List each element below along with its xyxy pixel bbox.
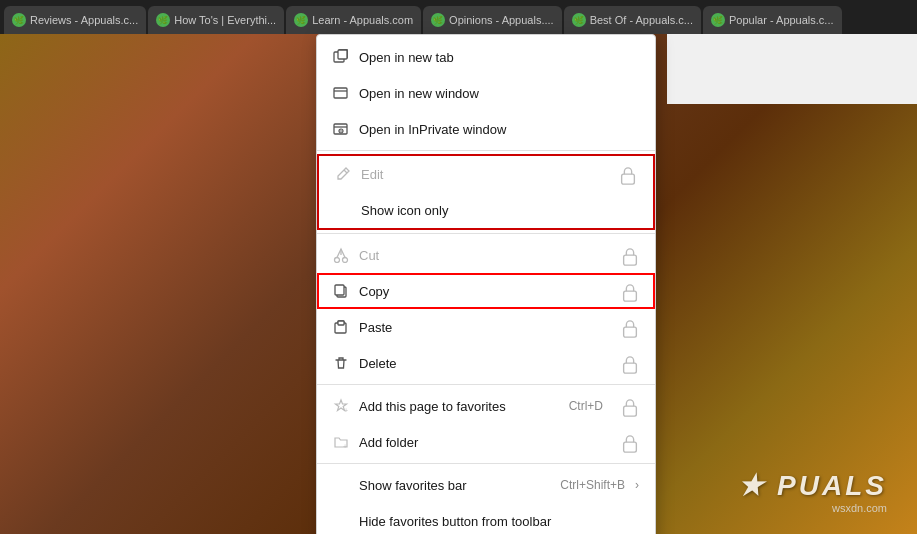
address-bar-area xyxy=(667,34,917,104)
svg-text:+: + xyxy=(343,443,347,450)
edit-lock-icon xyxy=(619,166,637,182)
tab-favicon-bestof: 🌿 xyxy=(572,13,586,27)
show-favorites-bar-arrow-icon: › xyxy=(635,478,639,492)
watermark-logo: ★ PUALS xyxy=(738,469,887,502)
tab-label-opinions: Opinions - Appuals.... xyxy=(449,14,554,26)
svg-rect-6 xyxy=(622,174,635,184)
menu-item-hide-favorites-btn[interactable]: Hide favorites button from toolbar xyxy=(317,503,655,534)
show-favorites-bar-label: Show favorites bar xyxy=(359,478,550,493)
tab-favicon-opinions: 🌿 xyxy=(431,13,445,27)
cut-lock-icon xyxy=(621,247,639,263)
paste-icon xyxy=(333,319,349,335)
copy-lock-icon xyxy=(621,283,639,299)
open-new-window-label: Open in new window xyxy=(359,86,639,101)
menu-item-cut[interactable]: Cut xyxy=(317,237,655,273)
menu-item-copy[interactable]: Copy xyxy=(317,273,655,309)
menu-item-open-inprivate[interactable]: Open in InPrivate window xyxy=(317,111,655,147)
svg-rect-14 xyxy=(338,321,344,325)
add-folder-lock-icon xyxy=(621,434,639,450)
delete-icon xyxy=(333,355,349,371)
separator-2 xyxy=(317,233,655,234)
tab-bestof[interactable]: 🌿 Best Of - Appuals.c... xyxy=(564,6,701,34)
menu-item-open-new-window[interactable]: Open in new window xyxy=(317,75,655,111)
tab-favicon-learn: 🌿 xyxy=(294,13,308,27)
tab-label-bestof: Best Of - Appuals.c... xyxy=(590,14,693,26)
tab-label-popular: Popular - Appuals.c... xyxy=(729,14,834,26)
svg-rect-11 xyxy=(335,285,344,295)
tab-howto[interactable]: 🌿 How To's | Everythi... xyxy=(148,6,284,34)
add-favorites-lock-icon xyxy=(621,398,639,414)
tab-label-reviews: Reviews - Appuals.c... xyxy=(30,14,138,26)
menu-item-add-folder[interactable]: + Add folder xyxy=(317,424,655,460)
menu-item-delete[interactable]: Delete xyxy=(317,345,655,381)
svg-rect-12 xyxy=(624,291,637,301)
paste-label: Paste xyxy=(359,320,603,335)
show-icon-only-label: Show icon only xyxy=(361,203,637,218)
svg-point-5 xyxy=(340,130,342,132)
add-folder-icon: + xyxy=(333,434,349,450)
delete-label: Delete xyxy=(359,356,603,371)
open-inprivate-label: Open in InPrivate window xyxy=(359,122,639,137)
svg-rect-16 xyxy=(624,363,637,373)
inprivate-icon xyxy=(333,121,349,137)
svg-rect-2 xyxy=(334,88,347,98)
separator-1 xyxy=(317,150,655,151)
show-icon-only-spacer xyxy=(335,202,351,218)
separator-4 xyxy=(317,463,655,464)
tab-learn[interactable]: 🌿 Learn - Appuals.com xyxy=(286,6,421,34)
open-new-tab-label: Open in new tab xyxy=(359,50,639,65)
copy-label: Copy xyxy=(359,284,603,299)
watermark-sub: wsxdn.com xyxy=(738,502,887,514)
copy-icon xyxy=(333,283,349,299)
menu-item-edit[interactable]: Edit xyxy=(319,156,653,192)
menu-item-show-favorites-bar[interactable]: Show favorites bar Ctrl+Shift+B › xyxy=(317,467,655,503)
menu-item-open-new-tab[interactable]: Open in new tab xyxy=(317,39,655,75)
show-favorites-bar-shortcut: Ctrl+Shift+B xyxy=(560,478,625,492)
hide-favorites-btn-label: Hide favorites button from toolbar xyxy=(359,514,639,529)
tab-bar: 🌿 Reviews - Appuals.c... 🌿 How To's | Ev… xyxy=(0,0,917,34)
new-tab-icon xyxy=(333,49,349,65)
tab-label-howto: How To's | Everythi... xyxy=(174,14,276,26)
add-favorites-icon: + xyxy=(333,398,349,414)
show-favorites-bar-spacer xyxy=(333,477,349,493)
menu-item-paste[interactable]: Paste xyxy=(317,309,655,345)
edit-section: Edit Show icon only xyxy=(317,154,655,230)
paste-lock-icon xyxy=(621,319,639,335)
svg-rect-9 xyxy=(624,255,637,265)
svg-point-7 xyxy=(335,258,340,263)
delete-lock-icon xyxy=(621,355,639,371)
svg-rect-18 xyxy=(624,406,637,416)
cut-icon xyxy=(333,247,349,263)
svg-text:+: + xyxy=(344,407,348,414)
svg-rect-1 xyxy=(338,50,347,59)
cut-label: Cut xyxy=(359,248,603,263)
new-window-icon xyxy=(333,85,349,101)
svg-rect-15 xyxy=(624,327,637,337)
separator-3 xyxy=(317,384,655,385)
edit-label: Edit xyxy=(361,167,601,182)
tab-favicon-reviews: 🌿 xyxy=(12,13,26,27)
tab-favicon-popular: 🌿 xyxy=(711,13,725,27)
tab-favicon-howto: 🌿 xyxy=(156,13,170,27)
menu-item-add-to-favorites[interactable]: + Add this page to favorites Ctrl+D xyxy=(317,388,655,424)
add-to-favorites-label: Add this page to favorites xyxy=(359,399,559,414)
edit-icon xyxy=(335,166,351,182)
hide-favorites-btn-spacer xyxy=(333,513,349,529)
add-folder-label: Add folder xyxy=(359,435,603,450)
tab-reviews[interactable]: 🌿 Reviews - Appuals.c... xyxy=(4,6,146,34)
watermark: ★ PUALS wsxdn.com xyxy=(738,469,887,514)
add-to-favorites-shortcut: Ctrl+D xyxy=(569,399,603,413)
tab-label-learn: Learn - Appuals.com xyxy=(312,14,413,26)
svg-rect-20 xyxy=(624,442,637,452)
tab-opinions[interactable]: 🌿 Opinions - Appuals.... xyxy=(423,6,562,34)
svg-point-8 xyxy=(343,258,348,263)
tab-popular[interactable]: 🌿 Popular - Appuals.c... xyxy=(703,6,842,34)
context-menu: Open in new tab Open in new window Open … xyxy=(316,34,656,534)
menu-item-show-icon-only[interactable]: Show icon only xyxy=(319,192,653,228)
